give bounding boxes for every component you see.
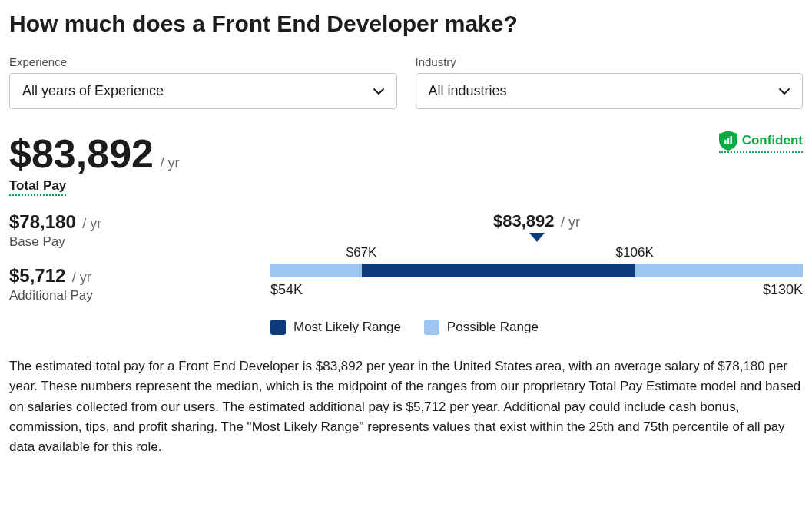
chevron-down-icon xyxy=(779,86,790,97)
industry-label: Industry xyxy=(416,55,804,68)
chart-median-value: $83,892 xyxy=(493,211,555,230)
bar-possible-range xyxy=(270,264,803,277)
tick-likely-high: $106K xyxy=(616,245,654,260)
confident-badge[interactable]: Confident xyxy=(719,131,803,153)
chart-median-unit: / yr xyxy=(561,214,580,230)
chart-min: $54K xyxy=(270,282,303,298)
industry-select[interactable]: All industries xyxy=(416,73,804,109)
chart-median: $83,892 / yr xyxy=(270,211,803,231)
svg-rect-2 xyxy=(730,136,732,144)
total-pay-block: $83,892 / yr Total Pay xyxy=(9,131,179,196)
caret-down-icon xyxy=(529,233,545,242)
additional-pay-item: $5,712 / yr Additional Pay xyxy=(9,265,240,303)
total-pay-amount: $83,892 xyxy=(9,131,154,176)
lower-row: $78,180 / yr Base Pay $5,712 / yr Additi… xyxy=(9,211,803,335)
experience-filter: Experience All years of Experience xyxy=(9,55,397,109)
experience-select[interactable]: All years of Experience xyxy=(9,73,397,109)
base-pay-item: $78,180 / yr Base Pay xyxy=(9,211,240,250)
additional-pay-label: Additional Pay xyxy=(9,288,240,303)
svg-rect-1 xyxy=(727,138,729,144)
base-pay-label: Base Pay xyxy=(9,234,240,250)
svg-rect-0 xyxy=(724,140,727,144)
filters-row: Experience All years of Experience Indus… xyxy=(9,55,803,109)
tick-likely-low: $67K xyxy=(346,245,377,260)
summary-row: $83,892 / yr Total Pay Confident xyxy=(9,131,803,196)
chart-max: $130K xyxy=(763,282,803,298)
chart-minmax: $54K $130K xyxy=(270,282,803,298)
confident-label: Confident xyxy=(742,133,803,148)
industry-select-value: All industries xyxy=(429,83,507,99)
experience-label: Experience xyxy=(9,55,397,68)
pay-breakdown: $78,180 / yr Base Pay $5,712 / yr Additi… xyxy=(9,211,240,335)
swatch-light-icon xyxy=(424,320,439,335)
legend-likely: Most Likely Range xyxy=(270,320,401,335)
base-pay-amount: $78,180 xyxy=(9,211,76,232)
chart-likely-ticks: $67K $106K xyxy=(270,245,803,262)
salary-range-chart: $83,892 / yr $67K $106K $54K $130K Most … xyxy=(270,211,803,335)
base-pay-unit: / yr xyxy=(82,216,101,231)
chart-legend: Most Likely Range Possible Range xyxy=(270,320,803,335)
swatch-dark-icon xyxy=(270,320,286,335)
additional-pay-amount: $5,712 xyxy=(9,265,65,286)
chevron-down-icon xyxy=(373,86,384,97)
total-pay-label[interactable]: Total Pay xyxy=(9,178,66,196)
legend-possible: Possible Range xyxy=(424,320,539,335)
bar-likely-range xyxy=(362,264,635,277)
legend-likely-label: Most Likely Range xyxy=(293,320,401,335)
total-pay-unit: / yr xyxy=(160,155,179,171)
industry-filter: Industry All industries xyxy=(416,55,804,109)
legend-possible-label: Possible Range xyxy=(447,320,539,335)
page-title: How much does a Front End Developer make… xyxy=(9,11,803,37)
experience-select-value: All years of Experience xyxy=(22,83,164,99)
additional-pay-unit: / yr xyxy=(72,270,91,285)
shield-icon xyxy=(719,131,737,151)
description-text: The estimated total pay for a Front End … xyxy=(9,356,803,458)
